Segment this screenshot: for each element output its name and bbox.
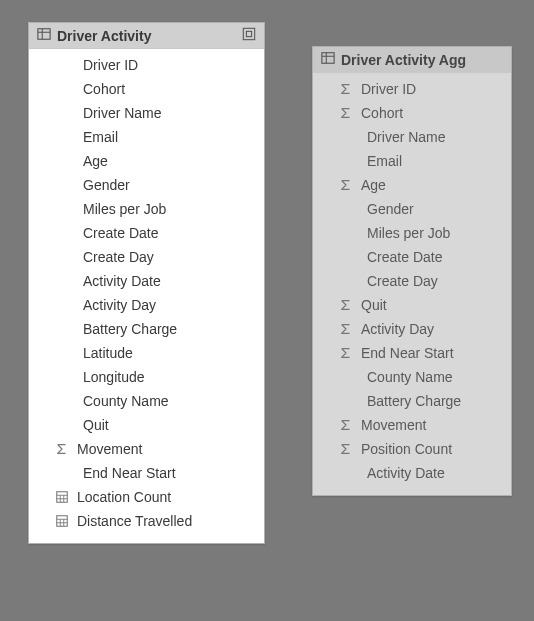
- field-label: End Near Start: [83, 465, 176, 481]
- field-row[interactable]: Miles per Job: [29, 197, 264, 221]
- field-label: Miles per Job: [83, 201, 166, 217]
- field-label: Driver Name: [367, 129, 446, 145]
- calculator-icon: [53, 490, 71, 504]
- field-label: Activity Day: [83, 297, 156, 313]
- field-row[interactable]: Quit: [29, 413, 264, 437]
- field-row[interactable]: Miles per Job: [313, 221, 511, 245]
- sigma-icon: [337, 322, 355, 336]
- field-row[interactable]: Driver ID: [313, 77, 511, 101]
- table-title: Driver Activity Agg: [341, 52, 466, 68]
- field-label: Location Count: [77, 489, 171, 505]
- field-row[interactable]: Battery Charge: [29, 317, 264, 341]
- field-label: Gender: [83, 177, 130, 193]
- table-icon: [37, 27, 51, 44]
- sigma-icon: [53, 442, 71, 456]
- field-label: Create Date: [367, 249, 442, 265]
- field-row[interactable]: End Near Start: [313, 341, 511, 365]
- table-icon: [321, 51, 335, 68]
- calculator-icon: [53, 514, 71, 528]
- field-row[interactable]: Gender: [313, 197, 511, 221]
- field-label: Miles per Job: [367, 225, 450, 241]
- svg-rect-10: [57, 516, 68, 527]
- field-row[interactable]: Create Day: [313, 269, 511, 293]
- sigma-icon: [337, 418, 355, 432]
- field-row[interactable]: Cohort: [313, 101, 511, 125]
- field-row[interactable]: Activity Day: [29, 293, 264, 317]
- field-row[interactable]: County Name: [313, 365, 511, 389]
- field-label: County Name: [83, 393, 169, 409]
- field-label: Driver ID: [83, 57, 138, 73]
- field-row[interactable]: Movement: [313, 413, 511, 437]
- field-label: Activity Day: [361, 321, 434, 337]
- table-driver-activity[interactable]: Driver Activity Driver IDCohortDriver Na…: [28, 22, 265, 544]
- field-label: Longitude: [83, 369, 145, 385]
- field-row[interactable]: Driver Name: [313, 125, 511, 149]
- sigma-icon: [337, 346, 355, 360]
- svg-rect-5: [57, 492, 68, 503]
- sigma-icon: [337, 106, 355, 120]
- field-label: Driver Name: [83, 105, 162, 121]
- field-label: Movement: [77, 441, 142, 457]
- field-row[interactable]: Age: [29, 149, 264, 173]
- svg-rect-15: [322, 53, 334, 64]
- related-icon: [242, 27, 256, 44]
- field-row[interactable]: Activity Date: [29, 269, 264, 293]
- field-row[interactable]: Distance Travelled: [29, 509, 264, 533]
- table-title: Driver Activity: [57, 28, 151, 44]
- table-header[interactable]: Driver Activity Agg: [313, 47, 511, 73]
- field-label: Activity Date: [367, 465, 445, 481]
- sigma-icon: [337, 442, 355, 456]
- field-row[interactable]: Activity Day: [313, 317, 511, 341]
- field-row[interactable]: Movement: [29, 437, 264, 461]
- field-row[interactable]: Driver Name: [29, 101, 264, 125]
- svg-rect-3: [243, 28, 254, 39]
- field-label: Quit: [361, 297, 387, 313]
- model-canvas[interactable]: Driver Activity Driver IDCohortDriver Na…: [0, 0, 534, 621]
- field-label: Create Day: [83, 249, 154, 265]
- field-label: End Near Start: [361, 345, 454, 361]
- field-row[interactable]: Position Count: [313, 437, 511, 461]
- field-row[interactable]: Driver ID: [29, 53, 264, 77]
- field-label: Email: [83, 129, 118, 145]
- field-row[interactable]: Activity Date: [313, 461, 511, 485]
- field-row[interactable]: County Name: [29, 389, 264, 413]
- sigma-icon: [337, 298, 355, 312]
- field-label: Battery Charge: [367, 393, 461, 409]
- svg-rect-0: [38, 29, 50, 40]
- field-row[interactable]: Gender: [29, 173, 264, 197]
- field-label: Cohort: [83, 81, 125, 97]
- field-row[interactable]: Email: [313, 149, 511, 173]
- field-label: Battery Charge: [83, 321, 177, 337]
- field-label: Gender: [367, 201, 414, 217]
- field-label: Movement: [361, 417, 426, 433]
- field-row[interactable]: Quit: [313, 293, 511, 317]
- field-label: Distance Travelled: [77, 513, 192, 529]
- field-label: Quit: [83, 417, 109, 433]
- field-list: Driver IDCohortDriver NameEmailAgeGender…: [313, 73, 511, 495]
- table-driver-activity-agg[interactable]: Driver Activity Agg Driver IDCohortDrive…: [312, 46, 512, 496]
- field-row[interactable]: Create Day: [29, 245, 264, 269]
- field-label: Cohort: [361, 105, 403, 121]
- field-row[interactable]: Location Count: [29, 485, 264, 509]
- field-row[interactable]: Email: [29, 125, 264, 149]
- sigma-icon: [337, 178, 355, 192]
- field-label: Create Day: [367, 273, 438, 289]
- field-label: Age: [361, 177, 386, 193]
- field-label: Age: [83, 153, 108, 169]
- field-row[interactable]: Cohort: [29, 77, 264, 101]
- field-row[interactable]: Longitude: [29, 365, 264, 389]
- field-row[interactable]: End Near Start: [29, 461, 264, 485]
- field-label: County Name: [367, 369, 453, 385]
- sigma-icon: [337, 82, 355, 96]
- field-row[interactable]: Create Date: [29, 221, 264, 245]
- field-label: Create Date: [83, 225, 158, 241]
- field-row[interactable]: Create Date: [313, 245, 511, 269]
- field-label: Activity Date: [83, 273, 161, 289]
- field-list: Driver IDCohortDriver NameEmailAgeGender…: [29, 49, 264, 543]
- field-label: Position Count: [361, 441, 452, 457]
- table-header[interactable]: Driver Activity: [29, 23, 264, 49]
- field-row[interactable]: Age: [313, 173, 511, 197]
- field-row[interactable]: Latitude: [29, 341, 264, 365]
- field-label: Email: [367, 153, 402, 169]
- field-row[interactable]: Battery Charge: [313, 389, 511, 413]
